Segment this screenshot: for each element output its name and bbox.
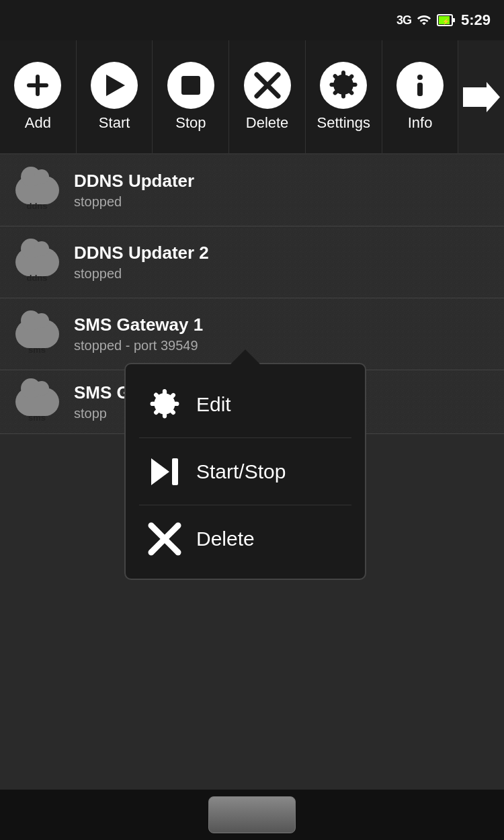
context-delete-label: Delete (196, 528, 255, 550)
info-label: Info (408, 114, 433, 132)
context-edit-icon (146, 386, 183, 423)
stop-icon (167, 62, 214, 109)
ddns2-name: DDNS Updater 2 (74, 243, 491, 263)
svg-rect-5 (27, 83, 48, 87)
battery-icon: ⚡ (437, 13, 456, 28)
delete-label: Delete (246, 114, 289, 132)
delete-icon (244, 62, 291, 109)
start-button[interactable]: Start (77, 40, 153, 153)
svg-rect-7 (181, 76, 200, 95)
info-button[interactable]: Info (382, 40, 459, 153)
start-label: Start (99, 114, 130, 132)
ddns1-name: DDNS Updater (74, 171, 491, 192)
ddns2-info: DDNS Updater 2 stopped (74, 243, 491, 282)
sms1-icon: sms (13, 310, 60, 358)
sms1-name: SMS Gateway 1 (74, 314, 491, 335)
toolbar: Add Start Stop Delete (0, 40, 504, 155)
signal-indicator: 3G (396, 13, 411, 28)
ddns1-icon: ddns (13, 167, 60, 214)
ddns2-status: stopped (74, 266, 491, 282)
context-startstop-button[interactable]: Start/Stop (126, 438, 365, 505)
svg-point-11 (417, 75, 423, 80)
ddns1-status: stopped (74, 194, 491, 210)
context-delete-icon (146, 520, 183, 557)
svg-marker-15 (151, 458, 169, 485)
sms2-icon: sms (13, 378, 60, 425)
clock: 5:29 (461, 11, 491, 29)
more-button[interactable] (458, 40, 504, 153)
svg-marker-6 (106, 75, 125, 96)
ddns2-icon: ddns (13, 239, 60, 286)
start-icon (91, 62, 138, 109)
context-edit-label: Edit (196, 393, 231, 416)
settings-label: Settings (317, 114, 371, 132)
home-button[interactable] (208, 796, 296, 833)
svg-rect-2 (452, 18, 455, 22)
context-startstop-label: Start/Stop (196, 460, 286, 483)
stop-button[interactable]: Stop (153, 40, 229, 153)
settings-icon (320, 62, 367, 109)
service-item-ddns1[interactable]: ddns DDNS Updater stopped (0, 155, 504, 226)
svg-text:⚡: ⚡ (442, 17, 450, 26)
status-bar: 3G ⚡ 5:29 (0, 0, 504, 40)
sms1-status: stopped - port 39549 (74, 338, 491, 353)
context-edit-button[interactable]: Edit (126, 371, 365, 437)
context-menu: Edit Start/Stop Delete (124, 363, 366, 580)
context-startstop-icon (146, 453, 183, 490)
settings-button[interactable]: Settings (306, 40, 382, 153)
delete-button[interactable]: Delete (229, 40, 306, 153)
context-delete-button[interactable]: Delete (126, 505, 365, 572)
arrow-right-icon (463, 82, 500, 112)
ddns1-info: DDNS Updater stopped (74, 171, 491, 210)
signal-bars-icon (417, 13, 431, 28)
svg-marker-13 (463, 82, 500, 112)
add-icon (14, 62, 61, 109)
stop-label: Stop (175, 114, 206, 132)
svg-rect-16 (172, 458, 178, 485)
add-button[interactable]: Add (0, 40, 77, 153)
info-icon (396, 62, 444, 109)
service-item-ddns2[interactable]: ddns DDNS Updater 2 stopped (0, 226, 504, 298)
bottom-nav (0, 790, 504, 840)
svg-rect-12 (417, 83, 423, 96)
sms1-info: SMS Gateway 1 stopped - port 39549 (74, 314, 491, 353)
add-label: Add (25, 114, 51, 132)
